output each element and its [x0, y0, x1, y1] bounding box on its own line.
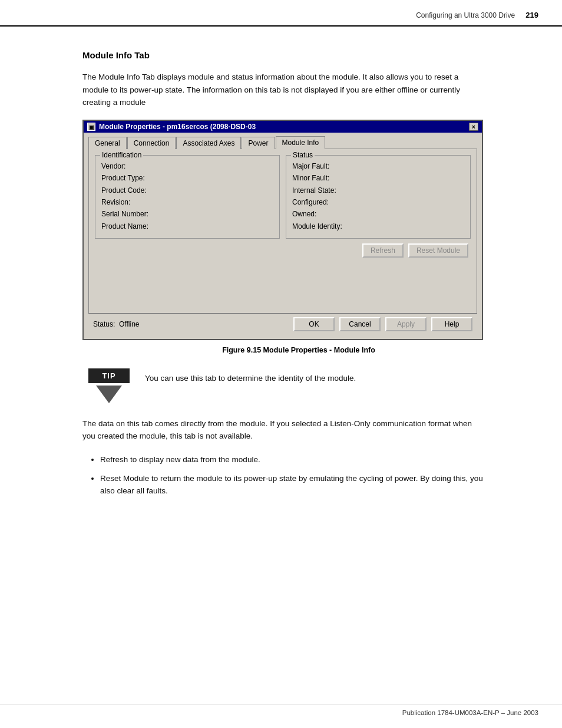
- body-text-2: The data on this tab comes directly from…: [82, 417, 483, 443]
- intro-text: The Module Info Tab displays module and …: [82, 71, 483, 109]
- identification-fields: Vendor: Product Type: Product Code: Revi…: [101, 160, 273, 232]
- dialog-status-bar: Status: Offline OK Cancel Apply Help: [88, 314, 477, 334]
- status-group: Status Major Fault: Minor Fault: Interna…: [286, 155, 471, 239]
- tab-associated-axes[interactable]: Associated Axes: [176, 137, 241, 149]
- dialog-icon: ▣: [87, 123, 95, 131]
- bottom-buttons: OK Cancel Apply Help: [146, 317, 473, 331]
- field-serial-number: Serial Number:: [101, 208, 273, 220]
- refresh-button[interactable]: Refresh: [362, 243, 404, 258]
- tab-connection[interactable]: Connection: [127, 137, 176, 149]
- status-label: Status: [291, 151, 315, 159]
- field-product-code: Product Code:: [101, 185, 273, 196]
- tab-bar: General Connection Associated Axes Power…: [88, 136, 477, 149]
- close-button[interactable]: ×: [469, 123, 478, 131]
- tab-content: Identification Vendor: Product Type: Pro…: [88, 149, 477, 314]
- tip-container: TIP You can use this tab to determine th…: [82, 368, 515, 403]
- help-button[interactable]: Help: [431, 317, 472, 331]
- bullet-list: Refresh to display new data from the mod…: [100, 453, 483, 498]
- tip-text: You can use this tab to determine the id…: [135, 368, 356, 385]
- bullet-item-1: Refresh to display new data from the mod…: [100, 453, 483, 466]
- tab-inner-cols: Identification Vendor: Product Type: Pro…: [95, 155, 471, 239]
- field-minor-fault: Minor Fault:: [292, 172, 464, 184]
- field-major-fault: Major Fault:: [292, 160, 464, 172]
- dialog-titlebar: ▣ Module Properties - pm16sercos (2098-D…: [84, 121, 482, 133]
- tip-badge: TIP: [88, 368, 130, 383]
- field-product-name: Product Name:: [101, 220, 273, 232]
- page-footer: Publication 1784-UM003A-EN-P – June 2003: [0, 704, 562, 716]
- publication-info: Publication 1784-UM003A-EN-P – June 2003: [402, 709, 538, 716]
- tip-box-wrapper: TIP: [82, 368, 135, 403]
- dialog-window: ▣ Module Properties - pm16sercos (2098-D…: [82, 120, 483, 340]
- page-number: 219: [525, 11, 538, 19]
- field-module-identity: Module Identity:: [292, 220, 464, 232]
- field-owned: Owned:: [292, 208, 464, 220]
- page-header: Configuring an Ultra 3000 Drive 219: [0, 0, 562, 27]
- tip-arrow-icon: [96, 386, 122, 403]
- section-heading: Module Info Tab: [82, 50, 515, 60]
- identification-label: Identification: [100, 151, 143, 159]
- status-label: Status: Offline: [93, 320, 140, 328]
- breadcrumb: Configuring an Ultra 3000 Drive: [416, 11, 515, 19]
- field-configured: Configured:: [292, 196, 464, 208]
- dialog-body: General Connection Associated Axes Power…: [84, 133, 482, 339]
- figure-caption: Figure 9.15 Module Properties - Module I…: [82, 346, 515, 354]
- cancel-button[interactable]: Cancel: [339, 317, 381, 331]
- bullet-item-2: Reset Module to return the module to its…: [100, 472, 483, 498]
- tab-module-info[interactable]: Module Info: [276, 136, 326, 149]
- field-vendor: Vendor:: [101, 160, 273, 172]
- reset-module-button[interactable]: Reset Module: [408, 243, 468, 258]
- tab-power[interactable]: Power: [242, 137, 275, 149]
- ok-button[interactable]: OK: [293, 317, 335, 331]
- titlebar-left: ▣ Module Properties - pm16sercos (2098-D…: [87, 123, 256, 131]
- tab-general[interactable]: General: [88, 137, 127, 149]
- main-content: Module Info Tab The Module Info Tab disp…: [0, 27, 562, 528]
- dialog-title: Module Properties - pm16sercos (2098-DSD…: [99, 123, 256, 131]
- apply-button[interactable]: Apply: [385, 317, 427, 331]
- status-value: Offline: [119, 320, 139, 328]
- identification-group: Identification Vendor: Product Type: Pro…: [95, 155, 280, 239]
- status-fields: Major Fault: Minor Fault: Internal State…: [292, 160, 464, 232]
- field-internal-state: Internal State:: [292, 185, 464, 196]
- field-product-type: Product Type:: [101, 172, 273, 184]
- inner-buttons: Refresh Reset Module: [95, 239, 471, 260]
- field-revision: Revision:: [101, 196, 273, 208]
